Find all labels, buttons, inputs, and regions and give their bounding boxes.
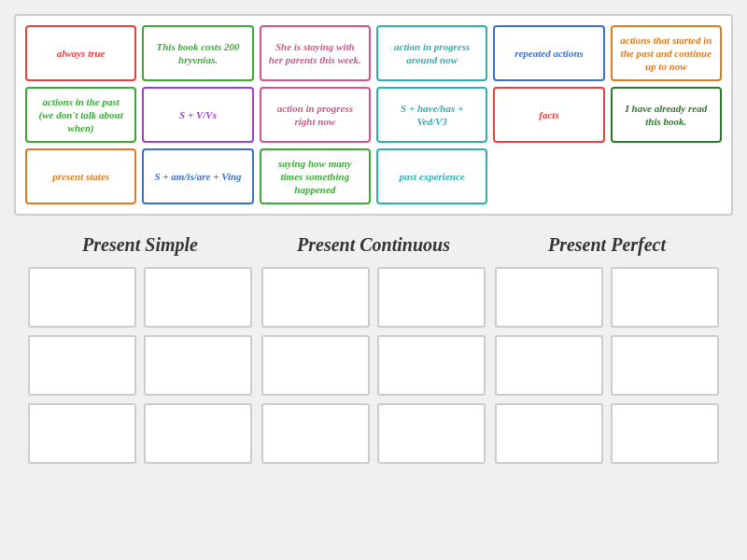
drop-box[interactable] <box>377 267 486 328</box>
tense-column-simple: Present Simple <box>23 234 257 464</box>
drop-box[interactable] <box>611 267 719 328</box>
drop-box[interactable] <box>611 403 719 464</box>
top-grid-wrapper: always trueThis book costs 200 hryvnias.… <box>14 14 733 216</box>
card-0-4[interactable]: repeated actions <box>493 25 604 81</box>
card-0-5[interactable]: actions that started in the past and con… <box>611 25 722 81</box>
drop-box[interactable] <box>144 335 252 396</box>
main-container: always trueThis book costs 200 hryvnias.… <box>0 0 747 478</box>
card-1-1[interactable]: S + V/Vs <box>142 87 253 143</box>
tense-title-continuous: Present Continuous <box>297 234 450 256</box>
drop-box[interactable] <box>377 335 486 396</box>
card-0-3[interactable]: action in progress around now <box>376 25 487 81</box>
drop-box[interactable] <box>144 403 252 464</box>
card-1-3[interactable]: S + have/has + Ved/V3 <box>376 87 487 143</box>
drop-box[interactable] <box>28 335 136 396</box>
drop-box[interactable] <box>261 267 370 328</box>
drop-boxes-perfect <box>490 267 724 464</box>
drop-boxes-simple <box>23 267 257 464</box>
card-0-0[interactable]: always true <box>25 25 136 81</box>
tense-title-perfect: Present Perfect <box>548 234 666 256</box>
card-2-2[interactable]: saying how many times something happened <box>260 148 371 204</box>
tense-title-simple: Present Simple <box>82 234 198 256</box>
tense-column-continuous: Present Continuous <box>257 234 490 464</box>
drop-box[interactable] <box>495 267 603 328</box>
drop-box[interactable] <box>28 403 136 464</box>
card-1-0[interactable]: actions in the past (we don't talk about… <box>25 87 136 143</box>
drop-box[interactable] <box>495 335 603 396</box>
card-1-2[interactable]: action in progress right now <box>260 87 371 143</box>
top-grid: always trueThis book costs 200 hryvnias.… <box>25 25 722 204</box>
card-1-4[interactable]: facts <box>493 87 604 143</box>
bottom-section: Present Simple Present Continuous <box>14 234 733 464</box>
card-2-0[interactable]: present states <box>25 148 136 204</box>
card-0-1[interactable]: This book costs 200 hryvnias. <box>142 25 253 81</box>
card-2-1[interactable]: S + am/is/are + Ving <box>142 148 253 204</box>
drop-box[interactable] <box>261 403 370 464</box>
drop-box[interactable] <box>377 403 486 464</box>
drop-box[interactable] <box>495 403 603 464</box>
card-2-3[interactable]: past experience <box>376 148 487 204</box>
drop-box[interactable] <box>261 335 370 396</box>
tense-column-perfect: Present Perfect <box>490 234 724 464</box>
card-1-5[interactable]: I have already read this book. <box>611 87 722 143</box>
card-0-2[interactable]: She is staying with her parents this wee… <box>260 25 371 81</box>
drop-boxes-continuous <box>257 267 490 464</box>
drop-box[interactable] <box>611 335 719 396</box>
drop-box[interactable] <box>144 267 252 328</box>
drop-box[interactable] <box>28 267 136 328</box>
